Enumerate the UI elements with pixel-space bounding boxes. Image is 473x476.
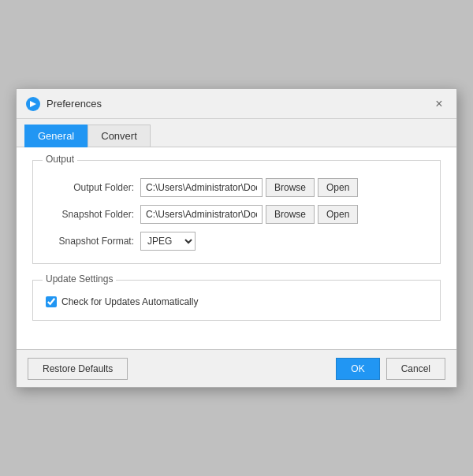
snapshot-format-label: Snapshot Format: — [46, 236, 140, 247]
output-folder-open-button[interactable]: Open — [318, 178, 358, 197]
dialog-title: Preferences — [47, 98, 102, 110]
title-bar-left: Preferences — [26, 97, 102, 111]
update-settings-section: Update Settings Check for Updates Automa… — [32, 280, 441, 321]
snapshot-format-row: Snapshot Format: JPEG PNG BMP — [46, 232, 427, 251]
output-section: Output Output Folder: Browse Open Snapsh… — [32, 160, 441, 264]
tab-convert[interactable]: Convert — [88, 125, 151, 147]
output-folder-group: Browse Open — [140, 178, 427, 197]
tab-general[interactable]: General — [24, 125, 88, 147]
restore-defaults-button[interactable]: Restore Defaults — [28, 358, 128, 380]
svg-marker-0 — [30, 101, 36, 107]
snapshot-folder-open-button[interactable]: Open — [318, 205, 358, 224]
snapshot-format-select[interactable]: JPEG PNG BMP — [140, 232, 196, 251]
auto-update-label: Check for Updates Automatically — [61, 296, 198, 307]
snapshot-folder-group: Browse Open — [140, 205, 427, 224]
snapshot-folder-browse-button[interactable]: Browse — [266, 205, 315, 224]
footer-right: OK Cancel — [336, 358, 445, 380]
title-bar: Preferences × — [17, 89, 456, 119]
ok-button[interactable]: OK — [336, 358, 379, 380]
snapshot-folder-row: Snapshot Folder: Browse Open — [46, 205, 427, 224]
output-folder-browse-button[interactable]: Browse — [266, 178, 315, 197]
app-icon — [26, 97, 40, 111]
dialog-footer: Restore Defaults OK Cancel — [17, 349, 456, 387]
snapshot-format-group: JPEG PNG BMP — [140, 232, 196, 251]
output-folder-row: Output Folder: Browse Open — [46, 178, 427, 197]
preferences-dialog: Preferences × General Convert Output Out… — [16, 88, 457, 388]
tabs-bar: General Convert — [17, 119, 456, 147]
cancel-button[interactable]: Cancel — [386, 358, 445, 380]
main-content: Output Output Folder: Browse Open Snapsh… — [17, 147, 456, 349]
auto-update-row: Check for Updates Automatically — [46, 296, 427, 307]
auto-update-checkbox[interactable] — [46, 296, 57, 307]
footer-left: Restore Defaults — [28, 358, 128, 380]
output-section-title: Output — [43, 154, 77, 165]
output-folder-label: Output Folder: — [46, 182, 140, 193]
update-settings-title: Update Settings — [43, 273, 116, 284]
close-button[interactable]: × — [431, 96, 447, 112]
snapshot-folder-label: Snapshot Folder: — [46, 209, 140, 220]
output-folder-input[interactable] — [140, 178, 263, 197]
snapshot-folder-input[interactable] — [140, 205, 263, 224]
